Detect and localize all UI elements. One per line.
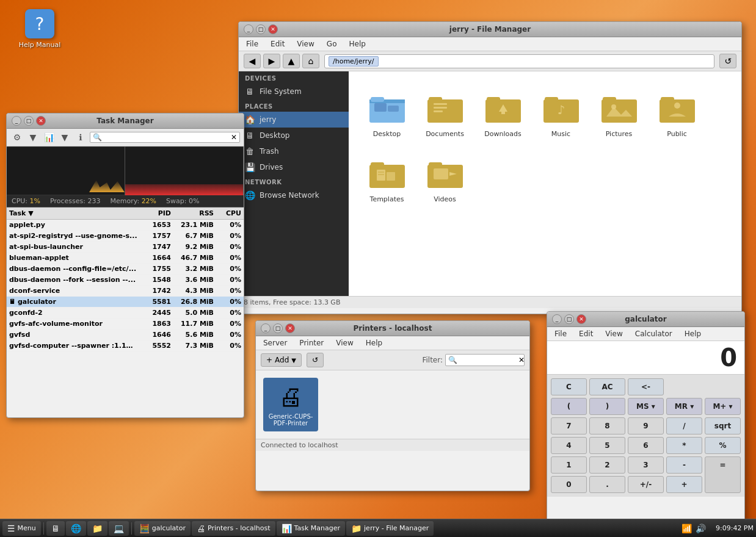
calc-btn-multiply[interactable]: * (666, 437, 702, 454)
calc-btn-clear[interactable]: C (551, 378, 587, 395)
file-manager-close-button[interactable]: ✕ (268, 24, 278, 34)
calc-btn-minus[interactable]: - (666, 456, 702, 474)
fm-sidebar-desktop[interactable]: 🖥 Desktop (239, 128, 349, 143)
tm-dropdown2-icon[interactable]: ▼ (58, 131, 71, 144)
taskbar-galculator-item[interactable]: 🧮 galculator (134, 521, 191, 536)
calc-menu-view[interactable]: View (603, 328, 625, 339)
filter-text-input[interactable] (457, 356, 518, 364)
calc-btn-percent[interactable]: % (705, 437, 741, 454)
file-item-documents[interactable]: Documents (419, 84, 471, 143)
task-manager-controls[interactable]: _ □ ✕ (12, 116, 46, 126)
taskbar-files-button[interactable]: 📁 (87, 521, 107, 536)
task-manager-row[interactable]: blueman-applet 1664 46.7 MiB 0% (7, 253, 244, 264)
fm-back-button[interactable]: ◀ (244, 54, 261, 68)
tm-col-cpu-header[interactable]: CPU (214, 209, 241, 217)
calc-btn-5[interactable]: 5 (589, 437, 625, 454)
task-manager-row[interactable]: dconf-service 1742 4.3 MiB 0% (7, 286, 244, 297)
fm-menu-view[interactable]: View (294, 38, 316, 49)
tm-col-pid-header[interactable]: PID (137, 209, 171, 217)
file-item-pictures[interactable]: Pictures (593, 84, 645, 143)
calc-btn-4[interactable]: 4 (551, 437, 587, 454)
printers-refresh-button[interactable]: ↺ (307, 353, 324, 367)
printers-minimize-button[interactable]: _ (261, 323, 271, 333)
calc-btn-dot[interactable]: . (589, 476, 625, 493)
calc-btn-equals[interactable]: = (705, 456, 741, 493)
taskbar-printers-item[interactable]: 🖨 Printers - localhost (192, 521, 275, 536)
file-item-music[interactable]: ♪ Music (535, 84, 587, 143)
task-manager-row[interactable]: at-spi-bus-launcher 1747 9.2 MiB 0% (7, 242, 244, 253)
file-item-desktop[interactable]: Desktop (361, 84, 413, 143)
fm-reload-button[interactable]: ↺ (719, 54, 736, 68)
calc-btn-8[interactable]: 8 (589, 417, 625, 434)
tm-search-clear-icon[interactable]: ✕ (231, 133, 237, 142)
task-manager-row[interactable]: dbus-daemon --fork --session --... 1548 … (7, 275, 244, 286)
calc-btn-open-paren[interactable]: ( (551, 398, 587, 415)
task-manager-row[interactable]: 🖩galculator 5581 26.8 MiB 0% (7, 297, 244, 308)
printers-menu-printer[interactable]: Printer (297, 337, 326, 348)
calc-menu-calculator[interactable]: Calculator (633, 328, 675, 339)
task-manager-row[interactable]: dbus-daemon --config-file=/etc/... 1755 … (7, 264, 244, 275)
calc-btn-1[interactable]: 1 (551, 456, 587, 474)
fm-sidebar-drives[interactable]: 💾 Drives (239, 159, 349, 175)
calc-btn-sqrt[interactable]: sqrt (705, 417, 741, 434)
calc-btn-close-paren[interactable]: ) (589, 398, 625, 415)
printers-menu-server[interactable]: Server (261, 337, 289, 348)
file-manager-minimize-button[interactable]: _ (244, 24, 253, 34)
calc-btn-backspace[interactable]: <- (628, 378, 664, 395)
taskbar-menu-button[interactable]: ☰ Menu (2, 521, 41, 536)
calc-btn-0[interactable]: 0 (551, 476, 587, 493)
calc-btn-ms[interactable]: MS ▾ (628, 398, 664, 415)
fm-menu-file[interactable]: File (244, 38, 261, 49)
calc-btn-7[interactable]: 7 (551, 417, 587, 434)
tm-search-box[interactable]: 🔍 ✕ (90, 132, 240, 143)
printers-menu-help[interactable]: Help (363, 337, 385, 348)
printer-item-generic-cups[interactable]: 🖨 Generic-CUPS-PDF-Printer (263, 378, 318, 431)
filter-clear-icon[interactable]: ✕ (518, 356, 525, 364)
calc-btn-6[interactable]: 6 (628, 437, 664, 454)
printers-maximize-button[interactable]: □ (273, 323, 283, 333)
taskbar-monitor-button[interactable]: 🖥 (46, 521, 65, 536)
calculator-close-button[interactable]: ✕ (576, 314, 586, 324)
calc-menu-edit[interactable]: Edit (576, 328, 595, 339)
printers-close-button[interactable]: ✕ (285, 323, 295, 333)
calc-btn-divide[interactable]: / (666, 417, 702, 434)
task-manager-row[interactable]: gconfd-2 2445 5.0 MiB 0% (7, 308, 244, 319)
fm-sidebar-trash[interactable]: 🗑 Trash (239, 143, 349, 159)
calc-btn-allclear[interactable]: AC (589, 378, 625, 395)
tm-search-input[interactable] (102, 134, 231, 141)
task-manager-row[interactable]: gvfsd-computer --spawner :1.10... 5552 7… (7, 341, 244, 351)
tm-chart-icon[interactable]: 📊 (42, 131, 56, 144)
fm-sidebar-browse-network[interactable]: 🌐 Browse Network (239, 187, 349, 203)
calc-menu-help[interactable]: Help (682, 328, 703, 339)
taskbar-browser-button[interactable]: 🌐 (66, 521, 86, 536)
fm-up-button[interactable]: ▲ (283, 54, 300, 68)
fm-forward-button[interactable]: ▶ (263, 54, 280, 68)
fm-menu-help[interactable]: Help (346, 38, 368, 49)
calc-menu-file[interactable]: File (552, 328, 569, 339)
file-item-downloads[interactable]: Downloads (477, 84, 529, 143)
printers-add-button[interactable]: + Add ▼ (261, 353, 302, 367)
file-item-public[interactable]: Public (651, 84, 703, 143)
calc-btn-3[interactable]: 3 (628, 456, 664, 474)
calc-btn-2[interactable]: 2 (589, 456, 625, 474)
calc-btn-9[interactable]: 9 (628, 417, 664, 434)
calculator-minimize-button[interactable]: _ (552, 314, 562, 324)
task-manager-close-button[interactable]: ✕ (36, 116, 46, 126)
file-manager-maximize-button[interactable]: □ (256, 24, 266, 34)
printers-menu-view[interactable]: View (333, 337, 355, 348)
fm-location-bar[interactable]: /home/jerry/ (324, 54, 714, 68)
fm-home-button[interactable]: ⌂ (302, 54, 319, 68)
task-manager-row[interactable]: gvfsd 1646 5.6 MiB 0% (7, 330, 244, 341)
tm-dropdown1-icon[interactable]: ▼ (26, 131, 40, 144)
task-manager-row[interactable]: at-spi2-registryd --use-gnome-s... 1757 … (7, 231, 244, 242)
calculator-controls[interactable]: _ □ ✕ (552, 314, 586, 324)
file-item-templates[interactable]: Templates (361, 149, 413, 208)
taskbar-taskmanager-item[interactable]: 📊 Task Manager (277, 521, 345, 536)
fm-menu-go[interactable]: Go (324, 38, 340, 49)
file-item-videos[interactable]: Videos (419, 149, 471, 208)
printers-filter-input[interactable]: 🔍 ✕ (445, 354, 525, 366)
desktop-icon-help-manual[interactable]: ? Help Manual (15, 9, 64, 49)
tm-col-task-header[interactable]: Task ▼ (9, 209, 137, 217)
fm-sidebar-filesystem[interactable]: 🖥 File System (239, 84, 349, 99)
tm-col-rss-header[interactable]: RSS (171, 209, 214, 217)
